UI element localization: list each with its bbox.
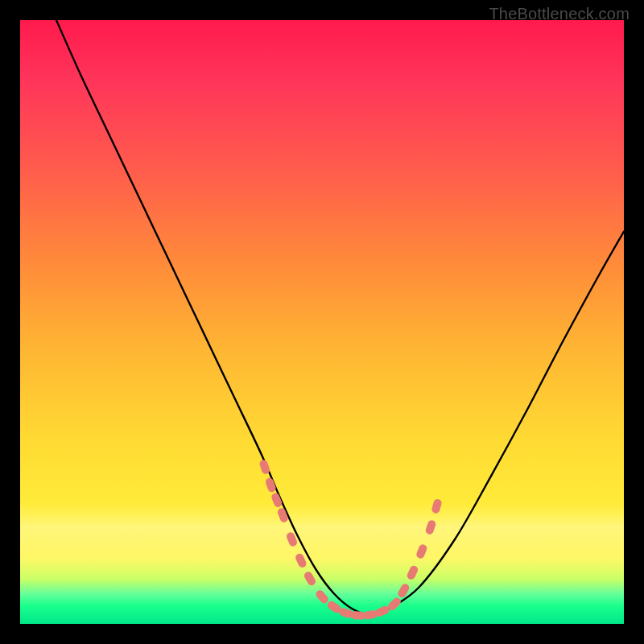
marker-dash bbox=[294, 552, 308, 569]
plot-area bbox=[20, 20, 624, 624]
marker-dash bbox=[424, 519, 436, 535]
marker-dash bbox=[415, 543, 428, 559]
marker-dash bbox=[431, 498, 443, 514]
curve-layer bbox=[20, 20, 624, 624]
curve-markers bbox=[258, 459, 443, 620]
bottleneck-curve bbox=[56, 20, 624, 615]
marker-dash bbox=[314, 588, 329, 605]
marker-dash bbox=[303, 571, 317, 588]
chart-frame: TheBottleneck.com bbox=[0, 0, 644, 644]
marker-dash bbox=[406, 564, 419, 581]
